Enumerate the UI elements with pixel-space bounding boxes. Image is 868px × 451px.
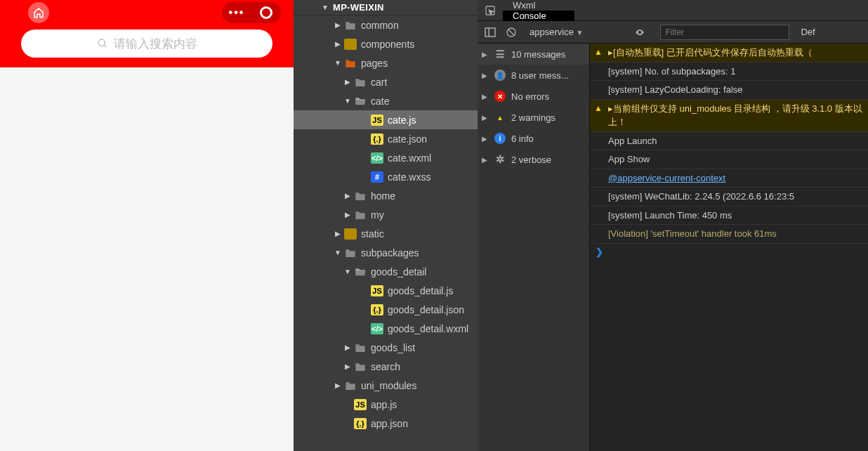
tree-item-cate-wxml[interactable]: </>cate.wxml: [294, 148, 478, 167]
devtools-tabbar: WxmlConsoleSourcesAppDataNetworkPerforma…: [478, 0, 868, 21]
log-levels-selector[interactable]: Def: [801, 27, 815, 37]
inspect-button[interactable]: [478, 0, 503, 20]
tab-console[interactable]: Console: [503, 11, 574, 21]
console-row: [system] No. of subpackages: 1: [590, 63, 868, 81]
tree-item-common[interactable]: ▶common: [294, 15, 478, 34]
dots-icon: •••: [229, 6, 245, 19]
chevron-right-icon: ▶: [334, 21, 341, 29]
tree-item-cate-json[interactable]: {.}cate.json: [294, 129, 478, 148]
tree-item-label: cate: [371, 96, 389, 107]
inspect-icon: [485, 5, 496, 16]
tree-item-app-json[interactable]: {.}app.json: [294, 414, 478, 433]
folder-icon: [344, 228, 357, 240]
simulator-panel: ••• 请输入搜索内容: [0, 0, 294, 451]
info-icon: i: [494, 133, 506, 144]
tree-item-components[interactable]: ▶components: [294, 34, 478, 53]
tree-item-label: components: [361, 39, 414, 50]
folder-icon: [344, 20, 357, 31]
tree-item-label: cate.wxml: [388, 152, 431, 164]
folder-icon: [354, 342, 367, 353]
clear-console-button[interactable]: [504, 25, 518, 39]
capsule-menu-button[interactable]: •••: [222, 2, 251, 23]
tree-item-goods-detail-json[interactable]: {.}goods_detail.json: [294, 300, 478, 319]
tree-item-label: cate.js: [388, 115, 416, 126]
msg-filter-wrn[interactable]: ▶▲2 warnings: [478, 107, 589, 128]
tree-item-search[interactable]: ▶search: [294, 357, 478, 376]
home-button[interactable]: [28, 2, 49, 23]
wxss-file-icon: #: [371, 171, 383, 183]
tree-item-app-js[interactable]: JSapp.js: [294, 395, 478, 414]
console-text: @appservice-current-context: [608, 171, 865, 185]
error-icon: ✕: [494, 91, 506, 102]
msg-filter-label: 10 messages: [511, 49, 565, 60]
console-prompt[interactable]: ❯: [590, 244, 868, 260]
console-row: [Violation] 'setTimeout' handler took 61…: [590, 225, 868, 244]
folder-icon: [354, 190, 367, 202]
tree-item-my[interactable]: ▶my: [294, 205, 478, 224]
capsule-close-button[interactable]: [251, 2, 281, 23]
tree-item-goods-detail-wxml[interactable]: </>goods_detail.wxml: [294, 319, 478, 338]
tree-item-cate-js[interactable]: JScate.js: [294, 110, 478, 129]
js-file-icon: JS: [371, 115, 383, 126]
simulator-topbar: •••: [8, 0, 285, 24]
chevron-right-icon: ▶: [334, 230, 341, 237]
message-sidebar: ▶☰10 messages▶👤8 user mess...▶✕No errors…: [478, 44, 590, 451]
svg-line-6: [508, 30, 514, 35]
chevron-right-icon: ▶: [482, 135, 489, 143]
svg-line-1: [104, 45, 106, 47]
chevron-right-icon: ▶: [482, 51, 489, 58]
context-selector[interactable]: appservice ▼: [525, 25, 587, 39]
tree-item-label: goods_detail.json: [388, 304, 464, 315]
wxml-file-icon: </>: [371, 152, 383, 164]
tree-item-cate-wxss[interactable]: #cate.wxss: [294, 167, 478, 186]
folder-icon: [354, 361, 367, 372]
panel-icon: [485, 27, 496, 37]
tree-item-label: app.json: [371, 418, 408, 429]
tree-item-label: common: [361, 20, 399, 31]
msg-filter-vrb[interactable]: ▶✲2 verbose: [478, 149, 589, 170]
msg-filter-usr[interactable]: ▶👤8 user mess...: [478, 65, 589, 86]
tree-item-label: subpackages: [361, 247, 419, 259]
console-text: [system] WeChatLib: 2.24.5 (2022.6.6 16:…: [608, 190, 865, 204]
tree-item-subpackages[interactable]: ▼subpackages: [294, 243, 478, 262]
msg-filter-err[interactable]: ▶✕No errors: [478, 86, 589, 107]
console-row: @appservice-current-context: [590, 169, 868, 188]
chevron-right-icon: ▶: [334, 40, 341, 48]
tree-item-goods-detail-js[interactable]: JSgoods_detail.js: [294, 281, 478, 300]
tree-item-static[interactable]: ▶static: [294, 224, 478, 243]
tree-item-goods-detail[interactable]: ▼goods_detail: [294, 262, 478, 281]
tree-item-home[interactable]: ▶home: [294, 186, 478, 205]
capsule-buttons: •••: [222, 2, 281, 23]
tree-item-goods-list[interactable]: ▶goods_list: [294, 338, 478, 357]
tree-item-label: cate.json: [388, 133, 427, 145]
console-row: ▲▸当前组件仅支持 uni_modules 目录结构 ，请升级 3.1.0 版本…: [590, 100, 868, 132]
json-file-icon: {.}: [354, 418, 367, 429]
live-expression-button[interactable]: [633, 27, 646, 37]
msg-filter-inf[interactable]: ▶i6 info: [478, 128, 589, 149]
msg-filter-label: 8 user mess...: [511, 70, 569, 81]
chevron-right-icon: ▶: [344, 344, 351, 351]
target-icon: [260, 6, 272, 19]
tree-item-pages[interactable]: ▼pages: [294, 53, 478, 72]
tree-item-label: goods_detail.wxml: [388, 323, 468, 334]
folder-icon: [344, 39, 357, 50]
console-row: App Launch: [590, 132, 868, 151]
msg-filter-list[interactable]: ▶☰10 messages: [478, 44, 589, 65]
folder-icon: [354, 77, 367, 88]
filter-input[interactable]: [660, 25, 789, 40]
folder-icon: [344, 247, 357, 259]
tree-item-label: cate.wxss: [388, 171, 430, 183]
tree-item-label: search: [371, 361, 400, 372]
sidebar-toggle-button[interactable]: [483, 25, 497, 39]
tree-item-uni-modules[interactable]: ▶uni_modules: [294, 376, 478, 395]
tree-root[interactable]: ▼ MP-WEIXIN: [294, 0, 478, 15]
tree-item-cart[interactable]: ▶cart: [294, 72, 478, 91]
folder-open-icon: [354, 96, 367, 107]
devtools-body: ▶☰10 messages▶👤8 user mess...▶✕No errors…: [478, 44, 868, 451]
tab-wxml[interactable]: Wxml: [503, 0, 574, 11]
console-output: ▲▸[自动热重载] 已开启代码文件保存后自动热重载（[system] No. o…: [590, 44, 868, 451]
msg-filter-label: 2 verbose: [511, 155, 551, 165]
search-input[interactable]: 请输入搜索内容: [21, 30, 272, 58]
tree-item-cate[interactable]: ▼cate: [294, 91, 478, 110]
svg-point-7: [639, 31, 640, 32]
